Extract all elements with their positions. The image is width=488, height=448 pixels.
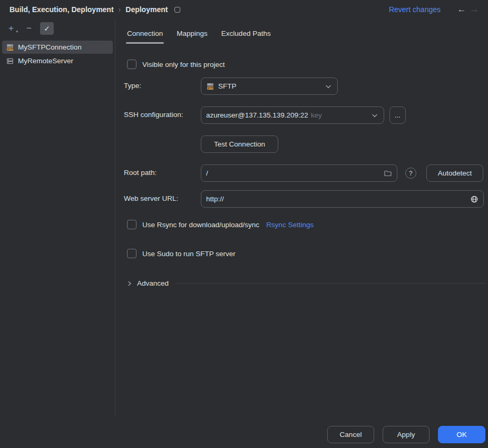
sidebar-toolbar: + ▾ − ✓ <box>0 19 115 40</box>
chevron-right-icon <box>127 280 132 287</box>
advanced-section-toggle[interactable]: Advanced <box>127 279 486 287</box>
forward-arrow-icon: → <box>468 4 481 15</box>
use-sudo-checkbox[interactable] <box>127 249 136 258</box>
globe-icon <box>470 195 479 203</box>
breadcrumb-root[interactable]: Build, Execution, Deployment <box>9 5 114 14</box>
type-value: SFTP <box>218 82 237 90</box>
breadcrumb: Build, Execution, Deployment › Deploymen… <box>9 5 180 14</box>
ssh-auth-type: key <box>311 111 322 119</box>
chevron-down-icon <box>324 82 333 91</box>
remote-server-icon <box>6 57 14 65</box>
help-icon[interactable]: ? <box>405 168 416 179</box>
sidebar-item-mysftpconnection[interactable]: SFTP MySFTPConnection <box>2 41 113 54</box>
browse-ssh-configurations-button[interactable]: ... <box>389 106 406 124</box>
checkmark-icon: ✓ <box>44 24 50 33</box>
visible-only-checkbox[interactable] <box>127 60 136 69</box>
type-label: Type: <box>124 82 141 90</box>
advanced-divider <box>175 283 486 284</box>
ssh-configuration-label: SSH configuration: <box>124 111 183 119</box>
breadcrumb-current: Deployment <box>125 5 168 14</box>
rsync-row: Use Rsync for download/upload/sync Rsync… <box>127 219 314 230</box>
root-path-field-wrap <box>201 164 397 182</box>
server-list-sidebar: + ▾ − ✓ SFTP MySFTPConnection MyRemoteSe… <box>0 19 115 415</box>
svg-text:SFTP: SFTP <box>7 47 13 50</box>
use-rsync-checkbox[interactable] <box>127 220 136 229</box>
sftp-icon: SFTP <box>206 82 214 91</box>
tab-mappings[interactable]: Mappings <box>170 25 214 44</box>
web-server-url-label: Web server URL: <box>124 194 178 202</box>
sidebar-item-label: MySFTPConnection <box>18 43 82 51</box>
plus-icon: + <box>8 23 14 34</box>
tab-connection[interactable]: Connection <box>120 25 170 44</box>
remove-server-button[interactable]: − <box>22 22 36 35</box>
visible-only-label: Visible only for this project <box>142 61 225 69</box>
settings-header: Build, Execution, Deployment › Deploymen… <box>0 0 488 19</box>
add-server-button[interactable]: + ▾ <box>4 22 18 35</box>
breadcrumb-action-icon[interactable] <box>174 7 180 13</box>
ssh-configuration-dropdown[interactable]: azureuser@137.135.139.209:22 key <box>201 106 384 124</box>
test-connection-button[interactable]: Test Connection <box>201 135 278 153</box>
revert-changes-link[interactable]: Revert changes <box>389 5 441 14</box>
root-path-input[interactable] <box>206 169 384 177</box>
svg-text:SFTP: SFTP <box>207 86 213 89</box>
tab-bar: Connection Mappings Excluded Paths <box>116 19 488 44</box>
ssh-configuration-value: azureuser@137.135.139.209:22 <box>206 111 308 119</box>
root-path-label: Root path: <box>124 169 157 177</box>
deployment-settings-panel: Connection Mappings Excluded Paths Visib… <box>116 19 488 415</box>
use-as-default-button[interactable]: ✓ <box>40 22 54 35</box>
autodetect-button[interactable]: Autodetect <box>426 164 483 182</box>
visible-only-row: Visible only for this project <box>127 59 225 70</box>
sftp-icon: SFTP <box>6 43 14 52</box>
tab-excluded-paths[interactable]: Excluded Paths <box>214 25 278 44</box>
web-server-url-input[interactable] <box>206 195 470 203</box>
dialog-footer: Cancel Apply OK <box>327 426 485 443</box>
sidebar-item-myremoteserver[interactable]: MyRemoteServer <box>2 54 113 67</box>
back-arrow-icon[interactable]: ← <box>455 4 468 15</box>
cancel-button[interactable]: Cancel <box>327 426 374 443</box>
web-server-url-field-wrap <box>201 190 484 208</box>
apply-button[interactable]: Apply <box>383 426 430 443</box>
minus-icon: − <box>26 23 32 34</box>
sidebar-item-label: MyRemoteServer <box>18 57 73 65</box>
breadcrumb-separator-icon: › <box>119 5 121 14</box>
sudo-row: Use Sudo to run SFTP server <box>127 248 236 259</box>
rsync-settings-link[interactable]: Rsync Settings <box>266 221 314 229</box>
use-rsync-label: Use Rsync for download/upload/sync <box>142 221 259 229</box>
use-sudo-label: Use Sudo to run SFTP server <box>142 250 236 258</box>
chevron-down-icon <box>370 111 379 120</box>
header-actions: Revert changes ← → <box>389 4 481 15</box>
advanced-label: Advanced <box>137 279 169 287</box>
dropdown-caret-icon: ▾ <box>16 30 18 34</box>
folder-icon[interactable] <box>384 169 392 178</box>
type-dropdown[interactable]: SFTP SFTP <box>201 77 338 95</box>
ok-button[interactable]: OK <box>438 426 485 443</box>
